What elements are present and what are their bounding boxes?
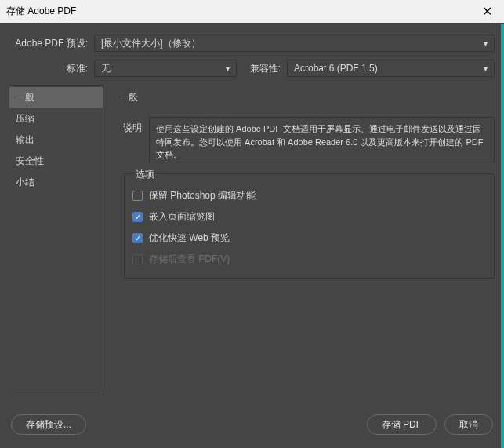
sidebar-item-security[interactable]: 安全性 — [9, 151, 103, 172]
description-text: 使用这些设定创建的 Adobe PDF 文档适用于屏幕显示、通过电子邮件发送以及… — [149, 117, 495, 162]
standard-select[interactable]: 无 ▾ — [94, 60, 237, 77]
sidebar-item-summary[interactable]: 小结 — [9, 172, 103, 193]
compat-value: Acrobat 6 (PDF 1.5) — [294, 63, 378, 74]
sidebar-item-general[interactable]: 一般 — [9, 87, 103, 108]
sidebar-item-label: 一般 — [16, 92, 34, 103]
sidebar-item-compression[interactable]: 压缩 — [9, 108, 103, 129]
sidebar-item-output[interactable]: 输出 — [9, 129, 103, 151]
save-preset-button[interactable]: 存储预设... — [11, 414, 86, 435]
fast-web-checkbox[interactable]: ✓ — [132, 233, 143, 243]
options-fieldset: 选项 保留 Photoshop 编辑功能 ✓ 嵌入页面缩览图 ✓ 优化快速 We… — [124, 173, 495, 279]
window-edge-decoration — [501, 24, 504, 448]
sidebar-item-label: 压缩 — [16, 113, 34, 124]
sidebar-item-label: 安全性 — [16, 155, 44, 166]
view-after-save-checkbox — [132, 254, 143, 264]
chevron-down-icon: ▾ — [484, 39, 488, 48]
title-bar: 存储 Adobe PDF ✕ — [0, 0, 504, 24]
close-icon: ✕ — [482, 4, 492, 19]
window-title: 存储 Adobe PDF — [6, 5, 76, 18]
embed-thumbnail-checkbox[interactable]: ✓ — [132, 212, 143, 222]
sidebar-item-label: 输出 — [16, 134, 34, 145]
compat-select[interactable]: Acrobat 6 (PDF 1.5) ▾ — [287, 60, 495, 77]
standard-value: 无 — [101, 62, 111, 75]
standard-label: 标准: — [9, 62, 94, 75]
preserve-editing-checkbox[interactable] — [132, 191, 143, 201]
view-after-save-label: 存储后查看 PDF(V) — [149, 253, 230, 266]
chevron-down-icon: ▾ — [226, 64, 230, 73]
sidebar: 一般 压缩 输出 安全性 小结 — [9, 85, 103, 395]
panel-title: 一般 — [119, 91, 495, 104]
options-legend: 选项 — [132, 168, 158, 181]
preset-label: Adobe PDF 预设: — [9, 37, 94, 50]
save-pdf-button[interactable]: 存储 PDF — [367, 414, 437, 435]
cancel-button[interactable]: 取消 — [444, 414, 493, 435]
chevron-down-icon: ▾ — [484, 64, 488, 73]
general-panel: 一般 说明: 使用这些设定创建的 Adobe PDF 文档适用于屏幕显示、通过电… — [103, 85, 495, 395]
close-button[interactable]: ✕ — [470, 0, 504, 24]
footer: 存储预设... 存储 PDF 取消 — [0, 409, 504, 448]
preset-value: [最小文件大小]（修改） — [101, 37, 201, 50]
fast-web-label[interactable]: 优化快速 Web 预览 — [149, 231, 230, 245]
compat-label: 兼容性: — [246, 62, 287, 75]
description-label: 说明: — [119, 117, 149, 162]
embed-thumbnail-label[interactable]: 嵌入页面缩览图 — [149, 210, 215, 224]
sidebar-item-label: 小结 — [16, 177, 34, 188]
preset-select[interactable]: [最小文件大小]（修改） ▾ — [94, 35, 495, 52]
preserve-editing-label[interactable]: 保留 Photoshop 编辑功能 — [149, 189, 256, 202]
